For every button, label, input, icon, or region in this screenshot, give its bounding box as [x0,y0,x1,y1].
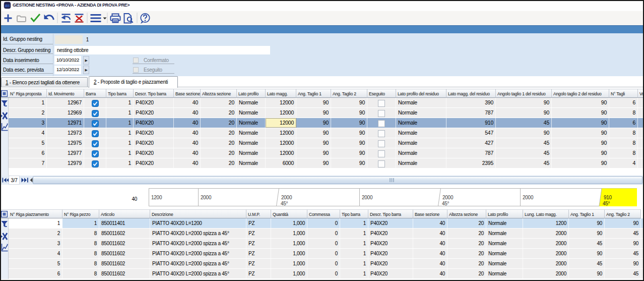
svg-text:910: 910 [604,195,612,200]
svg-text:45°: 45° [281,201,288,206]
svg-text:2000: 2000 [281,195,292,200]
svg-text:2000: 2000 [201,195,212,200]
svg-text:45°: 45° [603,201,610,206]
svg-text:BS: BS [5,4,10,8]
svg-text:45°: 45° [442,201,449,206]
svg-text:2000: 2000 [442,195,454,200]
svg-text:2000: 2000 [362,195,373,200]
svg-text:2000: 2000 [523,195,534,200]
svg-text:1200: 1200 [151,195,162,200]
